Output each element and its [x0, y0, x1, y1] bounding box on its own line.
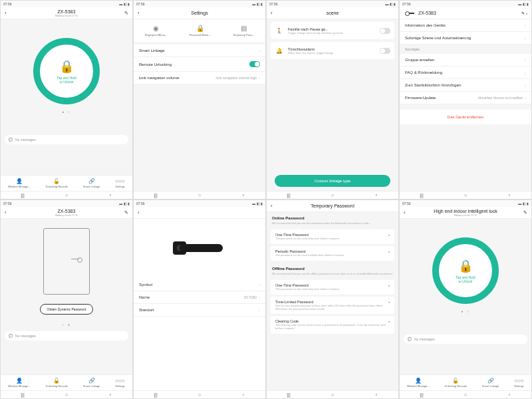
back-icon[interactable]: ‹ [5, 10, 7, 16]
nav-home[interactable]: ○ [63, 193, 70, 198]
lock-handle-image [166, 232, 233, 265]
screen-unlock-alt: 07:56▬ ◧ ▮ ‹ High end indoor intelligent… [399, 200, 532, 399]
edit-icon[interactable]: ✎ [124, 210, 128, 215]
row-nav-volume[interactable]: lock navigation volumelock navigation vo… [134, 72, 265, 84]
password-mgmt[interactable]: 🔒Password Mana... [190, 25, 211, 37]
scene-toggle-1[interactable] [380, 28, 390, 34]
custom-linkage-button[interactable]: Custom linkage type [275, 175, 390, 187]
alarm-icon: 🔔 [275, 46, 284, 55]
door-illustration [43, 228, 90, 295]
android-nav: |||○‹ [134, 191, 265, 199]
edit-icon[interactable]: ✎ › [521, 11, 527, 15]
screen-dynamic-password: 07:56▬ ◧ ▮ ‹ ZX-5383Battery Level 72 % ✎… [0, 200, 133, 399]
fingerprint-mgmt[interactable]: ◉Fingerprint Mana... [145, 25, 168, 37]
key-icon [405, 11, 414, 15]
screen-settings: 07:56▬ ◧ ▮ ‹ Settings ◉Fingerprint Mana.… [133, 0, 266, 200]
card-timelimited[interactable]: Time-Limited Password›Use the time-limit… [271, 297, 394, 315]
tab-member[interactable]: 👤Member Manage... [8, 178, 31, 188]
back-icon[interactable]: ‹ [138, 209, 140, 215]
tab-settings[interactable]: ○○○Settings [514, 378, 524, 388]
android-nav: ||| ○ ‹ [1, 191, 132, 199]
row-firmware[interactable]: Firmware-UpdateAktuellste Version ist in… [400, 92, 531, 104]
linkage-icon: 🔗 [88, 178, 95, 184]
unlock-button[interactable]: 🔒 Tap and Hold to Unlock [33, 38, 100, 104]
screen-device-info: 07:56▬ ◧ ▮ ZX-5383 ✎ › Information des G… [399, 0, 532, 200]
tab-member[interactable]: 👤Member Manage... [8, 378, 31, 388]
tab-records[interactable]: 🔓Unlocking Records [46, 378, 68, 388]
screen-temp-password: ‹Temporary Password Online Password We r… [266, 200, 399, 399]
tab-linkage[interactable]: 🔗Smart Linkage [83, 178, 100, 188]
back-icon[interactable]: ‹ [5, 209, 7, 215]
person-icon: 🚶 [275, 26, 284, 35]
battery-label: Battery Level 72 % [55, 14, 78, 17]
card-onetime-offline[interactable]: One-Time Password›The password can be us… [271, 280, 394, 295]
screen-scene: 07:56▬ ◧ ▮ ‹scene 🚶 Familie nach Hause g… [266, 0, 399, 200]
row-instant-scene[interactable]: Sofortige Szene und Automatisierung› [400, 32, 531, 45]
lock-icon: 🔒 [59, 59, 74, 74]
edit-icon[interactable]: ✎ [124, 11, 128, 16]
status-bar: 07:56 ▬ ◧ ▮ [1, 1, 132, 7]
row-name[interactable]: NameZX-5382› [134, 291, 265, 304]
scene-lock-alarm: 🔔 TürschlossalarmWhen door lock alarms, … [271, 42, 394, 59]
remove-device-button[interactable]: Das Gerät entfernen [400, 110, 531, 124]
temp-password[interactable]: ▤Temporary Pass... [233, 25, 254, 37]
online-header: Online Password [267, 212, 398, 221]
header: ‹ ZX-5383 Battery Level 72 % ✎ [1, 7, 132, 19]
tab-settings[interactable]: ○○○Settings [115, 378, 125, 388]
back-icon[interactable]: ‹ [271, 203, 273, 209]
chevron-right-icon: › [259, 76, 260, 80]
back-icon[interactable]: ‹ [271, 10, 273, 16]
door-handle-icon [70, 255, 82, 263]
messages-bar[interactable]: 💬 No messages. [5, 331, 128, 340]
row-location[interactable]: Standort› [134, 304, 265, 317]
settings-icon-row: ◉Fingerprint Mana... 🔒Password Mana... ▤… [134, 19, 265, 42]
card-periodic[interactable]: Periodic Password›The password can be us… [271, 246, 394, 261]
row-add-home[interactable]: Zum Startbildschirm hinzufügen› [400, 79, 531, 92]
content: 🔒 Tap and Hold to Unlock ● ○ 💬 No messag… [1, 19, 132, 175]
row-faq[interactable]: FAQ & Rückmeldung› [400, 66, 531, 79]
chevron-right-icon: › [259, 49, 260, 53]
obtain-password-button[interactable]: Obtain Dynamic Password [40, 304, 94, 315]
row-smart-linkage[interactable]: Smart Linkage› [134, 45, 265, 57]
status-time: 07:56 [3, 2, 12, 6]
bottom-tabs: 👤Member Manage... 🔓Unlocking Records 🔗Sm… [1, 175, 132, 191]
row-symbol[interactable]: Symbol› [134, 279, 265, 291]
fingerprint-icon: ◉ [153, 25, 159, 32]
scene-title: scene [327, 11, 339, 15]
message-icon: 💬 [408, 337, 412, 341]
settings-icon: ○○○ [115, 178, 125, 184]
messages-bar[interactable]: 💬 No messages. [404, 334, 527, 344]
unlock-button[interactable]: 🔒 Tap and Hold to Unlock [432, 237, 499, 304]
tab-member[interactable]: 👤Member Manage... [407, 378, 430, 388]
back-icon[interactable]: ‹ [404, 209, 406, 215]
page-dots: ● ○ [62, 110, 70, 114]
offline-header: Offline Password [267, 263, 398, 272]
tab-linkage[interactable]: 🔗Smart Linkage [482, 378, 499, 388]
messages-bar[interactable]: 💬 No messages. [5, 135, 128, 144]
back-icon[interactable]: ‹ [138, 10, 140, 16]
device-name: ZX-5383 [418, 11, 436, 15]
edit-icon[interactable]: ✎ [523, 210, 527, 215]
lock-icon: 🔒 [196, 25, 204, 32]
nav-recent[interactable]: ||| [19, 193, 27, 198]
tab-records[interactable]: 🔓Unlocking Records [445, 378, 467, 388]
tab-records[interactable]: 🔓Unlocking Records [46, 178, 68, 188]
scene-toggle-2[interactable] [380, 48, 390, 54]
settings-title: Settings [191, 11, 207, 15]
row-create-group[interactable]: Gruppe erstellen› [400, 54, 531, 66]
tab-settings[interactable]: ○○○Settings [115, 178, 125, 188]
screen-device-edit: 07:56▬ ◧ ▮ ‹ Symbol› NameZX-5382› Stando… [133, 200, 266, 399]
content: ◉Fingerprint Mana... 🔒Password Mana... ▤… [134, 19, 265, 191]
card-clearing[interactable]: Clearing Code›The clearing code can be u… [271, 316, 394, 334]
unlock-label: Tap and Hold to Unlock [57, 76, 76, 84]
list-icon: ▤ [241, 25, 247, 32]
nav-back[interactable]: ‹ [106, 193, 114, 198]
records-icon: 🔓 [53, 178, 60, 184]
status-bar: 07:56▬ ◧ ▮ [134, 1, 265, 7]
card-onetime-online[interactable]: One-Time Password›The password can be us… [271, 229, 394, 244]
remote-unlock-toggle[interactable] [249, 61, 260, 67]
tab-linkage[interactable]: 🔗Smart Linkage [83, 378, 100, 388]
scene-family-home: 🚶 Familie nach Hause ge...Trigger linkag… [271, 22, 394, 39]
member-icon: 👤 [16, 178, 23, 184]
row-device-info[interactable]: Information des Geräts› [400, 19, 531, 32]
